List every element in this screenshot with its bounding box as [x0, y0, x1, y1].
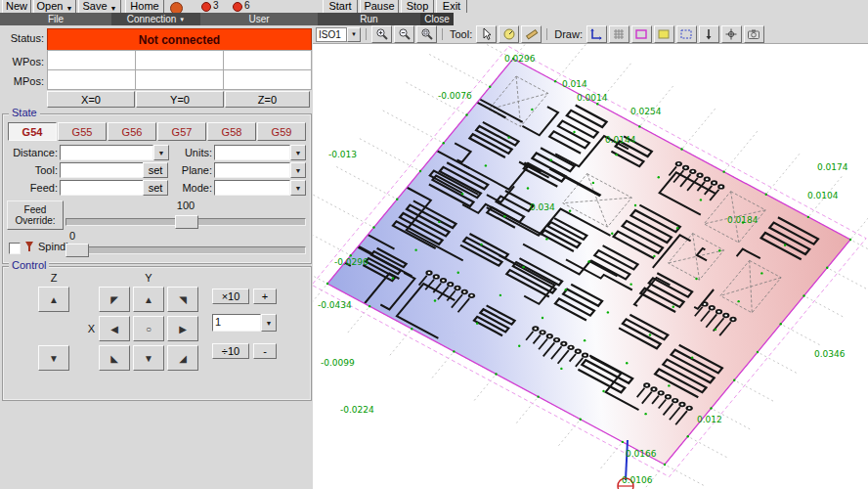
draw-grid-button[interactable] [609, 25, 629, 43]
draw-paths-button[interactable] [721, 25, 742, 43]
pause-button[interactable]: Pause [360, 0, 399, 13]
tool-set-button[interactable]: set [143, 162, 168, 178]
probe-value-label: 0.034 [530, 202, 555, 212]
zero-y-button[interactable]: Y=0 [136, 91, 224, 108]
zoom-out-icon [398, 27, 412, 41]
plane-select[interactable]: ▼ [214, 162, 306, 178]
wcs-g59-button[interactable]: G59 [257, 122, 306, 141]
tool-input[interactable] [60, 162, 144, 178]
dropdown-arrow-icon[interactable]: ▼ [290, 180, 306, 196]
wcs-g56-button[interactable]: G56 [108, 122, 156, 141]
probe-value-label: -0.013 [328, 150, 357, 159]
view-select[interactable]: ISO1 ▼ [316, 27, 361, 42]
toolbar-separator [546, 28, 547, 40]
slider-handle[interactable] [175, 215, 198, 229]
jog-x-plus-button[interactable]: ▶ [167, 316, 198, 341]
jog-origin-button[interactable]: ○ [133, 316, 164, 341]
draw-dimensions-button[interactable] [654, 25, 674, 43]
mpos-y-field [135, 69, 224, 90]
step-div10-button[interactable]: ÷10 [212, 343, 249, 359]
jog-z-up-button[interactable]: ▲ [38, 287, 69, 312]
dropdown-arrow-icon[interactable]: ▼ [347, 27, 361, 42]
step-minus-button[interactable]: - [253, 343, 277, 359]
ribbon-group-close[interactable]: Close [420, 13, 454, 25]
step-size-select[interactable]: 1 ▼ [212, 314, 277, 332]
zoom-out-button[interactable] [394, 25, 414, 43]
camera-button[interactable] [744, 25, 764, 43]
start-button[interactable]: Start [323, 0, 358, 13]
wpos-y-field[interactable] [135, 50, 224, 70]
y-axis-label: Y [133, 272, 164, 284]
group-label: Connection [127, 14, 177, 24]
exit-button[interactable]: Exit [436, 0, 467, 13]
distance-select[interactable]: ▼ [60, 145, 169, 160]
zoom-fit-icon [420, 27, 434, 41]
jog-y-up-button[interactable]: ▲ [133, 287, 164, 312]
open-button[interactable]: Open ▼ [33, 0, 76, 13]
dropdown-arrow-icon[interactable]: ▼ [290, 145, 306, 160]
slider-trough[interactable] [65, 246, 306, 254]
draw-workarea-button[interactable] [676, 25, 697, 43]
plane-value [214, 162, 290, 178]
wcs-g57-button[interactable]: G57 [157, 122, 206, 141]
step-plus-button[interactable]: + [253, 289, 277, 304]
zero-z-button[interactable]: Z=0 [225, 91, 310, 108]
wpos-z-field[interactable] [223, 50, 312, 70]
jog-xy-se-button[interactable]: ◢ [167, 345, 198, 371]
wcs-g58-button[interactable]: G58 [207, 122, 256, 141]
jog-xy-sw-button[interactable]: ◣ [99, 345, 130, 371]
probe-value-label: 0.0104 [807, 191, 839, 200]
jog-xy-ne-button[interactable]: ◥ [167, 287, 198, 312]
jog-xy-nw-button[interactable]: ◤ [99, 287, 130, 312]
stop-button[interactable]: Stop [401, 0, 434, 13]
spindle-checkbox[interactable] [9, 243, 21, 254]
x-axis-label: X [77, 316, 95, 341]
jog-x-minus-button[interactable]: ◀ [99, 316, 130, 341]
feed-input[interactable] [60, 180, 144, 196]
axes-icon [589, 27, 603, 41]
ribbon-group-file[interactable]: File [0, 13, 111, 25]
feed-override-slider[interactable] [65, 215, 306, 227]
dropdown-arrow-icon[interactable]: ▼ [290, 162, 306, 178]
draw-axes-button[interactable] [586, 25, 607, 43]
zero-x-button[interactable]: X=0 [47, 91, 135, 108]
zoom-fit-button[interactable] [416, 25, 437, 43]
mode-select[interactable]: ▼ [214, 180, 306, 196]
group-label: File [48, 14, 64, 24]
slider-handle[interactable] [65, 244, 89, 257]
feed-set-button[interactable]: set [143, 180, 168, 196]
ribbon-group-connection[interactable]: Connection▼ [111, 13, 200, 25]
control-frame-title: Control [9, 259, 49, 271]
margin-icon [634, 27, 648, 41]
jog-z-down-button[interactable]: ▼ [38, 345, 69, 371]
mode-value [214, 180, 290, 196]
ribbon-group-user[interactable]: User [200, 13, 318, 25]
gcode-canvas[interactable]: 0.0296-0.00760.0140.00140.02540.0144-0.0… [313, 44, 868, 489]
zoom-in-button[interactable] [371, 25, 392, 43]
buffer-count: 6 [244, 0, 250, 11]
save-button[interactable]: Save ▼ [78, 0, 121, 13]
wcs-g54-button[interactable]: G54 [8, 122, 57, 141]
draw-options-label: Draw: [554, 28, 583, 40]
select-tool-button[interactable] [476, 25, 497, 43]
dropdown-arrow-icon[interactable]: ▼ [261, 314, 277, 332]
wpos-x-field[interactable] [47, 50, 136, 70]
wcs-g55-button[interactable]: G55 [58, 122, 107, 141]
feed-override-label: Feed Override: [7, 200, 64, 230]
pcb-isometric-view[interactable]: 0.0296-0.00760.0140.00140.02540.0144-0.0… [313, 44, 868, 489]
step-x10-button[interactable]: ×10 [212, 289, 249, 304]
ribbon-group-run[interactable]: Run [318, 13, 420, 25]
wpos-label: WPos: [0, 54, 44, 69]
ruler-tool-button[interactable] [521, 25, 542, 43]
dropdown-arrow-icon[interactable]: ▼ [153, 145, 169, 160]
draw-margin-button[interactable] [631, 25, 652, 43]
draw-probe-button[interactable] [699, 25, 719, 43]
units-select[interactable]: ▼ [214, 145, 306, 160]
gauge-tool-button[interactable] [499, 25, 519, 43]
home-button[interactable]: Home [125, 0, 164, 13]
spindle-slider[interactable] [65, 244, 306, 255]
jog-y-down-button[interactable]: ▼ [133, 345, 164, 371]
new-button[interactable]: New [2, 0, 31, 13]
toolbar-separator [442, 28, 443, 40]
reset-icon[interactable] [170, 2, 183, 13]
